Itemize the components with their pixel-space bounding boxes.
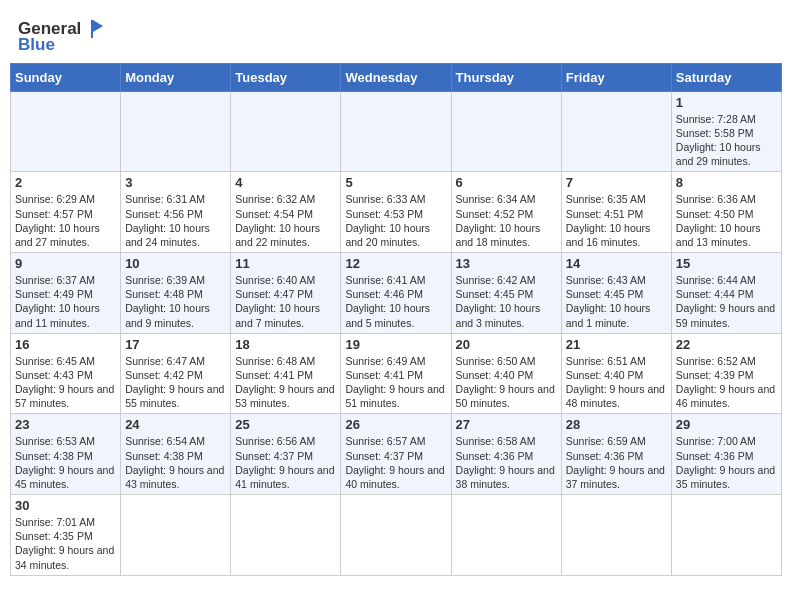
calendar-cell: 23Sunrise: 6:53 AMSunset: 4:38 PMDayligh… <box>11 414 121 495</box>
day-info: Sunrise: 7:00 AMSunset: 4:36 PMDaylight:… <box>676 434 777 491</box>
day-number: 17 <box>125 337 226 352</box>
logo: General Blue <box>18 18 105 55</box>
calendar-cell <box>121 91 231 172</box>
day-number: 16 <box>15 337 116 352</box>
calendar-cell <box>231 495 341 576</box>
calendar-cell: 17Sunrise: 6:47 AMSunset: 4:42 PMDayligh… <box>121 333 231 414</box>
day-info: Sunrise: 7:28 AMSunset: 5:58 PMDaylight:… <box>676 112 777 169</box>
day-info: Sunrise: 6:51 AMSunset: 4:40 PMDaylight:… <box>566 354 667 411</box>
calendar-cell <box>11 91 121 172</box>
weekday-header-saturday: Saturday <box>671 63 781 91</box>
weekday-header-thursday: Thursday <box>451 63 561 91</box>
logo-blue-text: Blue <box>18 36 55 55</box>
calendar-cell: 11Sunrise: 6:40 AMSunset: 4:47 PMDayligh… <box>231 253 341 334</box>
day-number: 11 <box>235 256 336 271</box>
calendar-cell: 27Sunrise: 6:58 AMSunset: 4:36 PMDayligh… <box>451 414 561 495</box>
svg-rect-1 <box>91 20 93 38</box>
calendar-week-row: 30Sunrise: 7:01 AMSunset: 4:35 PMDayligh… <box>11 495 782 576</box>
day-info: Sunrise: 6:50 AMSunset: 4:40 PMDaylight:… <box>456 354 557 411</box>
calendar-cell: 3Sunrise: 6:31 AMSunset: 4:56 PMDaylight… <box>121 172 231 253</box>
day-number: 9 <box>15 256 116 271</box>
calendar-cell: 25Sunrise: 6:56 AMSunset: 4:37 PMDayligh… <box>231 414 341 495</box>
day-info: Sunrise: 6:45 AMSunset: 4:43 PMDaylight:… <box>15 354 116 411</box>
day-number: 27 <box>456 417 557 432</box>
calendar-cell: 29Sunrise: 7:00 AMSunset: 4:36 PMDayligh… <box>671 414 781 495</box>
day-number: 3 <box>125 175 226 190</box>
day-number: 7 <box>566 175 667 190</box>
calendar-week-row: 1Sunrise: 7:28 AMSunset: 5:58 PMDaylight… <box>11 91 782 172</box>
day-info: Sunrise: 6:44 AMSunset: 4:44 PMDaylight:… <box>676 273 777 330</box>
calendar-cell <box>341 91 451 172</box>
weekday-header-monday: Monday <box>121 63 231 91</box>
day-info: Sunrise: 6:33 AMSunset: 4:53 PMDaylight:… <box>345 192 446 249</box>
weekday-header-sunday: Sunday <box>11 63 121 91</box>
day-number: 25 <box>235 417 336 432</box>
logo-container: General Blue <box>18 18 105 55</box>
day-number: 5 <box>345 175 446 190</box>
day-number: 18 <box>235 337 336 352</box>
day-number: 21 <box>566 337 667 352</box>
calendar-cell: 18Sunrise: 6:48 AMSunset: 4:41 PMDayligh… <box>231 333 341 414</box>
weekday-header-tuesday: Tuesday <box>231 63 341 91</box>
calendar-cell <box>121 495 231 576</box>
calendar-cell: 16Sunrise: 6:45 AMSunset: 4:43 PMDayligh… <box>11 333 121 414</box>
day-number: 28 <box>566 417 667 432</box>
day-info: Sunrise: 6:37 AMSunset: 4:49 PMDaylight:… <box>15 273 116 330</box>
day-info: Sunrise: 6:34 AMSunset: 4:52 PMDaylight:… <box>456 192 557 249</box>
calendar-cell: 1Sunrise: 7:28 AMSunset: 5:58 PMDaylight… <box>671 91 781 172</box>
day-info: Sunrise: 6:56 AMSunset: 4:37 PMDaylight:… <box>235 434 336 491</box>
calendar-week-row: 16Sunrise: 6:45 AMSunset: 4:43 PMDayligh… <box>11 333 782 414</box>
calendar-cell: 28Sunrise: 6:59 AMSunset: 4:36 PMDayligh… <box>561 414 671 495</box>
calendar-cell: 2Sunrise: 6:29 AMSunset: 4:57 PMDaylight… <box>11 172 121 253</box>
day-number: 15 <box>676 256 777 271</box>
calendar-cell <box>231 91 341 172</box>
calendar-week-row: 9Sunrise: 6:37 AMSunset: 4:49 PMDaylight… <box>11 253 782 334</box>
calendar-cell: 5Sunrise: 6:33 AMSunset: 4:53 PMDaylight… <box>341 172 451 253</box>
day-info: Sunrise: 6:32 AMSunset: 4:54 PMDaylight:… <box>235 192 336 249</box>
calendar-cell: 30Sunrise: 7:01 AMSunset: 4:35 PMDayligh… <box>11 495 121 576</box>
calendar-cell: 12Sunrise: 6:41 AMSunset: 4:46 PMDayligh… <box>341 253 451 334</box>
calendar-cell <box>561 495 671 576</box>
day-number: 24 <box>125 417 226 432</box>
day-info: Sunrise: 6:58 AMSunset: 4:36 PMDaylight:… <box>456 434 557 491</box>
day-number: 10 <box>125 256 226 271</box>
day-number: 19 <box>345 337 446 352</box>
day-number: 30 <box>15 498 116 513</box>
day-number: 26 <box>345 417 446 432</box>
calendar-cell: 24Sunrise: 6:54 AMSunset: 4:38 PMDayligh… <box>121 414 231 495</box>
day-number: 4 <box>235 175 336 190</box>
day-info: Sunrise: 6:49 AMSunset: 4:41 PMDaylight:… <box>345 354 446 411</box>
calendar-cell: 21Sunrise: 6:51 AMSunset: 4:40 PMDayligh… <box>561 333 671 414</box>
day-number: 14 <box>566 256 667 271</box>
day-info: Sunrise: 6:47 AMSunset: 4:42 PMDaylight:… <box>125 354 226 411</box>
day-info: Sunrise: 6:29 AMSunset: 4:57 PMDaylight:… <box>15 192 116 249</box>
calendar-cell: 20Sunrise: 6:50 AMSunset: 4:40 PMDayligh… <box>451 333 561 414</box>
calendar-cell <box>451 91 561 172</box>
day-info: Sunrise: 6:57 AMSunset: 4:37 PMDaylight:… <box>345 434 446 491</box>
day-info: Sunrise: 6:39 AMSunset: 4:48 PMDaylight:… <box>125 273 226 330</box>
calendar-cell <box>341 495 451 576</box>
calendar-cell: 15Sunrise: 6:44 AMSunset: 4:44 PMDayligh… <box>671 253 781 334</box>
day-info: Sunrise: 6:41 AMSunset: 4:46 PMDaylight:… <box>345 273 446 330</box>
calendar-cell: 6Sunrise: 6:34 AMSunset: 4:52 PMDaylight… <box>451 172 561 253</box>
calendar-cell: 10Sunrise: 6:39 AMSunset: 4:48 PMDayligh… <box>121 253 231 334</box>
logo-flag-icon <box>83 18 105 40</box>
day-info: Sunrise: 6:48 AMSunset: 4:41 PMDaylight:… <box>235 354 336 411</box>
day-number: 12 <box>345 256 446 271</box>
day-number: 23 <box>15 417 116 432</box>
day-info: Sunrise: 6:52 AMSunset: 4:39 PMDaylight:… <box>676 354 777 411</box>
day-number: 22 <box>676 337 777 352</box>
day-number: 29 <box>676 417 777 432</box>
day-info: Sunrise: 6:31 AMSunset: 4:56 PMDaylight:… <box>125 192 226 249</box>
day-info: Sunrise: 6:54 AMSunset: 4:38 PMDaylight:… <box>125 434 226 491</box>
day-number: 20 <box>456 337 557 352</box>
day-number: 13 <box>456 256 557 271</box>
day-info: Sunrise: 6:36 AMSunset: 4:50 PMDaylight:… <box>676 192 777 249</box>
day-number: 1 <box>676 95 777 110</box>
calendar-week-row: 23Sunrise: 6:53 AMSunset: 4:38 PMDayligh… <box>11 414 782 495</box>
day-number: 2 <box>15 175 116 190</box>
weekday-header-wednesday: Wednesday <box>341 63 451 91</box>
calendar-cell: 26Sunrise: 6:57 AMSunset: 4:37 PMDayligh… <box>341 414 451 495</box>
day-info: Sunrise: 7:01 AMSunset: 4:35 PMDaylight:… <box>15 515 116 572</box>
day-number: 8 <box>676 175 777 190</box>
